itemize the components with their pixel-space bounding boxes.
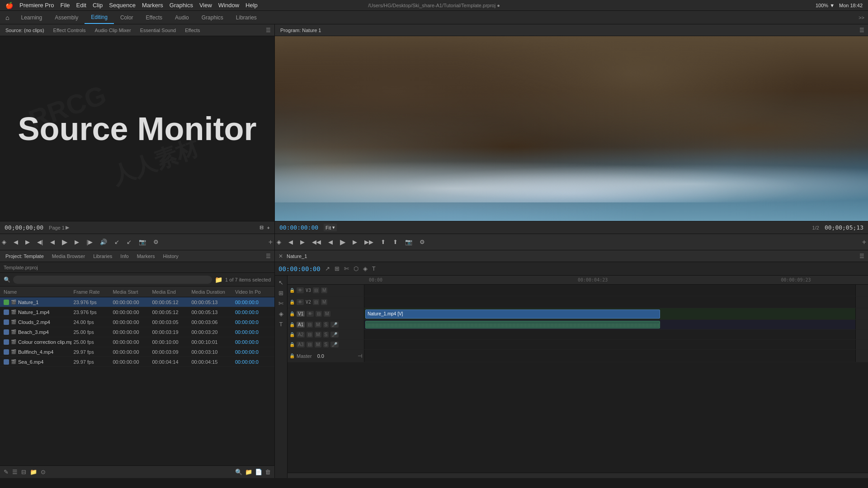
tl-cut-tool[interactable]: ✄ bbox=[344, 265, 349, 272]
project-panel-menu-icon[interactable]: ☰ bbox=[266, 253, 271, 259]
tl-tool-razor[interactable]: ⊞ bbox=[278, 290, 283, 296]
menu-graphics[interactable]: Graphics bbox=[170, 2, 193, 9]
track-v2-content[interactable] bbox=[364, 296, 855, 308]
track-a3-mute[interactable]: M bbox=[315, 342, 321, 347]
tab-audio[interactable]: Audio bbox=[169, 12, 195, 23]
menu-help[interactable]: Help bbox=[245, 2, 258, 9]
timeline-tab-nature[interactable]: Nature_1 bbox=[287, 253, 307, 259]
workspace-more[interactable]: >> bbox=[855, 15, 868, 20]
track-a1-solo[interactable]: S bbox=[323, 322, 329, 328]
table-row[interactable]: 🎬 Clouds_2.mp4 24.00 fps 00:00:00:00 00:… bbox=[0, 317, 274, 327]
table-row[interactable]: 🎬 Bullfinch_4.mp4 29.97 fps 00:00:00:00 … bbox=[0, 347, 274, 357]
proj-tab-history[interactable]: History bbox=[161, 253, 180, 260]
track-a3-lock[interactable]: 🔒 bbox=[289, 342, 295, 347]
ctrl-settings[interactable]: ⚙ bbox=[151, 238, 160, 246]
proj-icon-new-item[interactable]: 📄 bbox=[255, 469, 262, 475]
ctrl-marker[interactable]: ◈ bbox=[0, 238, 8, 246]
ctrl-step-back[interactable]: ◀ bbox=[48, 238, 57, 246]
tl-hex-tool[interactable]: ⬡ bbox=[354, 265, 359, 272]
timeline-scrollbar[interactable] bbox=[288, 473, 868, 478]
proj-icon-circle[interactable]: ⊙ bbox=[41, 469, 46, 475]
prog-ctrl-marker[interactable]: ◈ bbox=[275, 238, 283, 246]
track-master-end-marker[interactable]: ⊣ bbox=[358, 353, 362, 359]
col-header-name[interactable]: Name bbox=[2, 289, 71, 295]
col-header-media-start[interactable]: Media Start bbox=[111, 289, 150, 295]
menu-sequence[interactable]: Sequence bbox=[109, 2, 136, 9]
prog-ctrl-next[interactable]: ▶▶ bbox=[363, 238, 375, 246]
ctrl-overwrite[interactable]: ↙ bbox=[125, 238, 133, 246]
track-v3-lock[interactable]: 🔒 bbox=[289, 288, 295, 293]
prog-ctrl-prev[interactable]: ◀◀ bbox=[310, 238, 323, 246]
a1-clip[interactable] bbox=[365, 321, 660, 328]
prog-ctrl-step-back[interactable]: ◀ bbox=[326, 238, 335, 246]
ctrl-play[interactable]: ▶ bbox=[60, 237, 69, 247]
track-v3-visibility[interactable]: 👁 bbox=[297, 287, 304, 293]
tab-libraries[interactable]: Libraries bbox=[230, 12, 263, 23]
track-v3-content[interactable] bbox=[364, 285, 855, 296]
program-fit-dropdown[interactable]: Fit ▾ bbox=[324, 224, 337, 231]
source-tab-essential-sound[interactable]: Essential Sound bbox=[138, 27, 178, 34]
v1-clip[interactable]: Nature_1.mp4 [V] bbox=[365, 310, 660, 319]
track-v2-sync[interactable]: ⊟ bbox=[313, 299, 319, 305]
program-tab-nature[interactable]: Program: Nature 1 bbox=[278, 27, 323, 34]
menu-markers[interactable]: Markers bbox=[142, 2, 163, 9]
prog-ctrl-in[interactable]: ◀ bbox=[287, 238, 295, 246]
table-row[interactable]: 🎬 Nature_1.mp4 23.976 fps 00:00:00:00 00… bbox=[0, 307, 274, 317]
ctrl-step-fwd[interactable]: ▶ bbox=[73, 238, 81, 246]
col-header-media-duration[interactable]: Media Duration bbox=[189, 289, 233, 295]
ctrl-insert[interactable]: ↙ bbox=[113, 238, 121, 246]
new-bin-icon[interactable]: 📁 bbox=[215, 276, 222, 283]
menu-window[interactable]: Window bbox=[218, 2, 239, 9]
track-v2-mute[interactable]: M bbox=[321, 299, 327, 305]
timeline-timecode[interactable]: 00:00:00:00 bbox=[278, 265, 321, 272]
track-a1-mic[interactable]: 🎤 bbox=[330, 322, 339, 328]
table-row[interactable]: 🎬 Beach_3.mp4 25.00 fps 00:00:00:00 00:0… bbox=[0, 327, 274, 337]
proj-icon-bin[interactable]: 📁 bbox=[245, 469, 252, 475]
proj-tab-media-browser[interactable]: Media Browser bbox=[50, 253, 87, 260]
track-v3-sync[interactable]: ⊟ bbox=[313, 287, 319, 293]
track-a1-mute[interactable]: M bbox=[315, 322, 321, 328]
tab-effects[interactable]: Effects bbox=[140, 12, 169, 23]
source-tab-no-clips[interactable]: Source: (no clips) bbox=[4, 27, 46, 34]
source-tab-effect-controls[interactable]: Effect Controls bbox=[52, 27, 88, 34]
track-a1-content[interactable] bbox=[364, 320, 855, 329]
ctrl-prev-keyframe[interactable]: ◀| bbox=[35, 238, 45, 246]
menu-clip[interactable]: Clip bbox=[93, 2, 103, 9]
track-a2-target[interactable]: A2 bbox=[297, 332, 305, 338]
track-v2-visibility[interactable]: 👁 bbox=[297, 299, 304, 305]
ctrl-out[interactable]: ▶ bbox=[24, 238, 32, 246]
prog-ctrl-step-fwd[interactable]: ▶ bbox=[351, 238, 359, 246]
tl-target-tool[interactable]: ◈ bbox=[363, 265, 368, 272]
apple-icon[interactable]: 🍎 bbox=[5, 2, 13, 9]
track-v3-mute[interactable]: M bbox=[321, 287, 327, 293]
track-v1-target[interactable]: V1 bbox=[297, 311, 305, 317]
track-a1-target[interactable]: A1 bbox=[297, 322, 305, 328]
proj-icon-search[interactable]: 🔍 bbox=[235, 469, 242, 475]
table-row[interactable]: 🎬 Nature_1 23.976 fps 00:00:00:00 00:00:… bbox=[0, 297, 274, 307]
ctrl-loop[interactable]: 🔊 bbox=[98, 238, 109, 246]
prog-ctrl-insert[interactable]: 📷 bbox=[403, 238, 414, 246]
proj-tab-markers[interactable]: Markers bbox=[135, 253, 157, 260]
source-add-icon[interactable]: + bbox=[267, 225, 270, 230]
col-header-media-end[interactable]: Media End bbox=[150, 289, 189, 295]
tl-tool-ripple[interactable]: ✄ bbox=[278, 300, 283, 307]
track-a3-solo[interactable]: S bbox=[323, 342, 329, 347]
home-icon[interactable]: ⌂ bbox=[0, 14, 14, 21]
tab-assembly[interactable]: Assembly bbox=[48, 12, 85, 23]
tl-text-tool[interactable]: T bbox=[372, 265, 376, 272]
program-timecode[interactable]: 00:00:00:00 bbox=[279, 224, 318, 231]
tl-tool-select[interactable]: ↖ bbox=[278, 279, 283, 286]
menu-edit[interactable]: Edit bbox=[76, 2, 86, 9]
track-a3-mic[interactable]: 🎤 bbox=[330, 342, 339, 347]
ctrl-next-keyframe[interactable]: |▶ bbox=[85, 238, 94, 246]
tab-learning[interactable]: Learning bbox=[14, 12, 48, 23]
tl-snap-tool[interactable]: ↗ bbox=[325, 265, 330, 272]
proj-icon-pencil[interactable]: ✎ bbox=[4, 469, 9, 475]
ctrl-in[interactable]: ◀ bbox=[12, 238, 20, 246]
prog-ctrl-extract[interactable]: ⬆ bbox=[391, 238, 400, 246]
col-header-video-in[interactable]: Video In Po bbox=[233, 289, 273, 295]
proj-tab-info[interactable]: Info bbox=[118, 253, 130, 260]
track-a2-mic[interactable]: 🎤 bbox=[330, 332, 339, 338]
track-a1-sync[interactable]: ⊟ bbox=[307, 322, 313, 328]
tab-graphics[interactable]: Graphics bbox=[195, 12, 230, 23]
